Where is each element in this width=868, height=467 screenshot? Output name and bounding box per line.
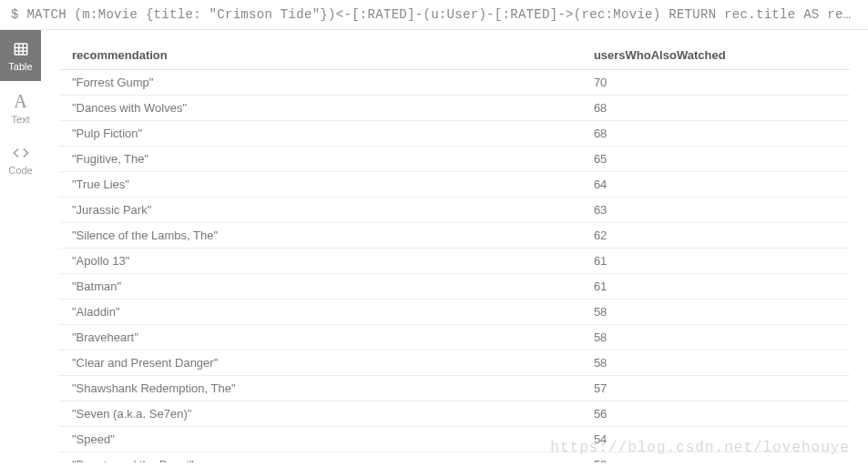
cell-userswhoalsowatched: 56 xyxy=(581,401,850,427)
cell-recommendation: "Fugitive, The" xyxy=(59,147,581,172)
cell-recommendation: "Seven (a.k.a. Se7en)" xyxy=(59,401,581,427)
cell-recommendation: "Braveheart" xyxy=(59,325,581,350)
table-row[interactable]: "Fugitive, The"65 xyxy=(59,147,850,172)
cell-userswhoalsowatched: 58 xyxy=(581,350,850,376)
svg-rect-0 xyxy=(15,44,27,55)
table-row[interactable]: "Shawshank Redemption, The"57 xyxy=(59,376,850,401)
cell-userswhoalsowatched: 64 xyxy=(581,172,850,198)
tab-text[interactable]: A Text xyxy=(0,81,41,134)
table-row[interactable]: "Clear and Present Danger"58 xyxy=(59,350,850,376)
table-row[interactable]: "Braveheart"58 xyxy=(59,325,850,350)
table-row[interactable]: "Silence of the Lambs, The"62 xyxy=(59,223,850,249)
sidebar-item-label: Text xyxy=(11,114,29,125)
cell-recommendation: "Forrest Gump" xyxy=(59,70,581,96)
main-area: recommendation usersWhoAlsoWatched "Forr… xyxy=(41,30,868,462)
cell-recommendation: "Aladdin" xyxy=(59,299,581,325)
table-row[interactable]: "Pulp Fiction"68 xyxy=(59,121,850,147)
cell-userswhoalsowatched: 68 xyxy=(581,121,850,147)
cell-recommendation: "Shawshank Redemption, The" xyxy=(59,376,581,401)
cell-userswhoalsowatched: 53 xyxy=(581,452,850,463)
sidebar-item-label: Code xyxy=(8,165,32,176)
content-wrapper: Table A Text Code recommendation usersWh… xyxy=(0,30,868,462)
cell-recommendation: "Silence of the Lambs, The" xyxy=(59,223,581,249)
table-row[interactable]: "Dances with Wolves"68 xyxy=(59,96,850,121)
sidebar: Table A Text Code xyxy=(0,30,41,462)
table-row[interactable]: "Forrest Gump"70 xyxy=(59,70,850,96)
text-icon: A xyxy=(14,92,26,110)
cell-userswhoalsowatched: 58 xyxy=(581,299,850,325)
cell-userswhoalsowatched: 62 xyxy=(581,223,850,249)
cell-userswhoalsowatched: 65 xyxy=(581,147,850,172)
result-table: recommendation usersWhoAlsoWatched "Forr… xyxy=(59,41,850,462)
cell-recommendation: "Beauty and the Beast" xyxy=(59,452,581,463)
cell-recommendation: "Batman" xyxy=(59,274,581,299)
tab-table[interactable]: Table xyxy=(0,30,41,81)
cell-recommendation: "Pulp Fiction" xyxy=(59,121,581,147)
column-header-recommendation[interactable]: recommendation xyxy=(59,41,581,70)
table-row[interactable]: "Speed"54 xyxy=(59,427,850,452)
table-row[interactable]: "Apollo 13"61 xyxy=(59,249,850,274)
tab-code[interactable]: Code xyxy=(0,134,41,185)
cell-userswhoalsowatched: 57 xyxy=(581,376,850,401)
cell-userswhoalsowatched: 63 xyxy=(581,198,850,223)
table-row[interactable]: "Aladdin"58 xyxy=(59,299,850,325)
query-text: $ MATCH (m:Movie {title: "Crimson Tide"}… xyxy=(11,7,868,22)
cell-recommendation: "Jurassic Park" xyxy=(59,198,581,223)
query-bar: $ MATCH (m:Movie {title: "Crimson Tide"}… xyxy=(0,0,868,30)
table-row[interactable]: "True Lies"64 xyxy=(59,172,850,198)
table-row[interactable]: "Jurassic Park"63 xyxy=(59,198,850,223)
cell-recommendation: "Apollo 13" xyxy=(59,249,581,274)
cell-userswhoalsowatched: 58 xyxy=(581,325,850,350)
table-row[interactable]: "Beauty and the Beast"53 xyxy=(59,452,850,463)
table-row[interactable]: "Seven (a.k.a. Se7en)"56 xyxy=(59,401,850,427)
code-icon xyxy=(13,145,29,161)
cell-userswhoalsowatched: 68 xyxy=(581,96,850,121)
cell-userswhoalsowatched: 70 xyxy=(581,70,850,96)
cell-recommendation: "True Lies" xyxy=(59,172,581,198)
column-header-userswhoalsowatched[interactable]: usersWhoAlsoWatched xyxy=(581,41,850,70)
table-icon xyxy=(13,41,29,57)
cell-userswhoalsowatched: 54 xyxy=(581,427,850,452)
cell-userswhoalsowatched: 61 xyxy=(581,274,850,299)
cell-recommendation: "Dances with Wolves" xyxy=(59,96,581,121)
cell-recommendation: "Speed" xyxy=(59,427,581,452)
table-row[interactable]: "Batman"61 xyxy=(59,274,850,299)
cell-userswhoalsowatched: 61 xyxy=(581,249,850,274)
sidebar-item-label: Table xyxy=(8,61,32,72)
cell-recommendation: "Clear and Present Danger" xyxy=(59,350,581,376)
